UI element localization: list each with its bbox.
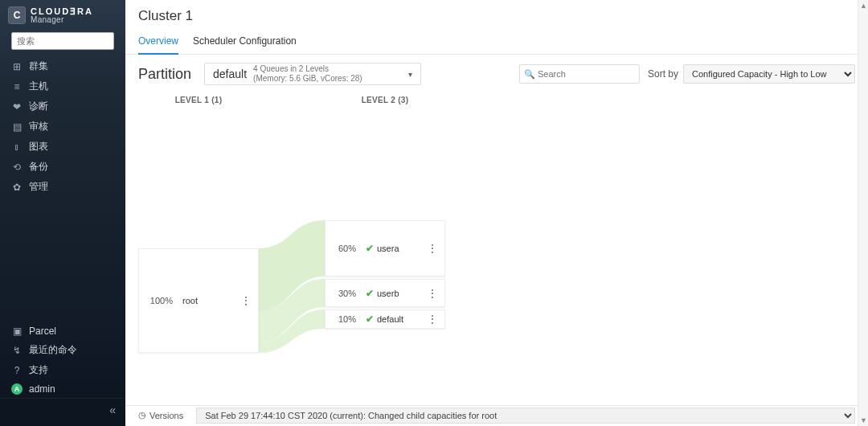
sidebar-item-label: 支持	[29, 363, 48, 377]
sidebar-nav: ⊞ 群集 ≡ 主机 ❤ 诊断 ▤ 审核 ⫾ 图表 ⟲ 备份	[0, 56, 125, 197]
sidebar-item-diagnostics[interactable]: ❤ 诊断	[0, 96, 125, 117]
sidebar-item-label: Parcel	[29, 326, 56, 337]
hosts-icon: ≡	[11, 81, 23, 92]
scroll-up-icon[interactable]: ▲	[858, 0, 868, 11]
partition-label: Partition	[138, 66, 191, 83]
sidebar-item-label: 审核	[29, 120, 48, 133]
backup-icon: ⟲	[11, 162, 23, 173]
heart-icon: ❤	[11, 101, 23, 113]
queue-userb[interactable]: 30% ✔ userb ⋮	[325, 279, 445, 307]
page-title: Cluster 1	[125, 0, 868, 31]
brand-subtitle: Manager	[31, 16, 93, 24]
sort-select[interactable]: Configured Capacity - High to Low	[683, 64, 855, 84]
queue-root-menu[interactable]: ⋮	[234, 294, 258, 307]
user-name: admin	[29, 383, 55, 395]
queue-root-name: root	[178, 296, 198, 305]
level2-header: LEVEL 2 (3)	[325, 96, 445, 104]
partition-selected-meta-line2: (Memory: 5.6 GiB, vCores: 28)	[253, 74, 362, 84]
sidebar-item-label: 备份	[29, 160, 48, 174]
list-icon: ▤	[11, 121, 23, 133]
sort-label: Sort by	[648, 68, 678, 80]
queue-userb-menu[interactable]: ⋮	[420, 287, 444, 300]
queue-usera[interactable]: 60% ✔ usera ⋮	[325, 220, 445, 276]
help-icon: ?	[11, 365, 23, 376]
partition-select[interactable]: default 4 Queues in 2 Levels (Memory: 5.…	[204, 63, 421, 85]
sidebar-item-label: 管理	[29, 180, 48, 194]
queue-userb-pct: 30%	[326, 289, 361, 298]
queue-default-name: default	[377, 314, 403, 324]
queue-default[interactable]: 10% ✔ default ⋮	[325, 309, 445, 329]
avatar: A	[11, 383, 23, 395]
brand-name: CLOUDƎRA	[31, 7, 93, 16]
scrollbar[interactable]: ▲ ▼	[858, 0, 868, 426]
sidebar-item-label: 主机	[29, 80, 48, 93]
queue-default-pct: 10%	[326, 314, 361, 324]
queue-usera-name: usera	[377, 244, 399, 253]
sidebar-item-audit[interactable]: ▤ 审核	[0, 117, 125, 137]
check-icon: ✔	[366, 313, 374, 325]
queue-default-menu[interactable]: ⋮	[420, 313, 444, 326]
brand: C CLOUDƎRA Manager	[0, 0, 125, 29]
queue-tree: LEVEL 1 (1) LEVEL 2 (3) 100% root ⋮ 60%	[125, 92, 868, 405]
queue-root[interactable]: 100% root ⋮	[138, 248, 259, 353]
sidebar-item-label: 群集	[29, 59, 48, 73]
search-icon: 🔍	[524, 69, 535, 80]
sidebar-item-label: 诊断	[29, 100, 48, 113]
sidebar-item-charts[interactable]: ⫾ 图表	[0, 137, 125, 157]
versions-label: Versions	[149, 411, 183, 420]
version-select[interactable]: Sat Feb 29 17:44:10 CST 2020 (current): …	[196, 408, 855, 424]
main: Cluster 1 Overview Scheduler Configurati…	[125, 0, 868, 426]
sidebar-item-support[interactable]: ? 支持	[0, 360, 125, 380]
bolt-icon: ↯	[11, 345, 23, 356]
tab-overview[interactable]: Overview	[138, 31, 178, 55]
caret-down-icon: ▾	[408, 70, 412, 79]
queue-usera-menu[interactable]: ⋮	[420, 242, 444, 255]
flow-connectors	[259, 108, 325, 405]
sidebar-item-hosts[interactable]: ≡ 主机	[0, 76, 125, 96]
sidebar-item-admin[interactable]: ✿ 管理	[0, 177, 125, 197]
clock-icon: ◷	[138, 410, 146, 420]
partition-selected-meta-line1: 4 Queues in 2 Levels	[253, 64, 362, 74]
chart-icon: ⫾	[11, 141, 23, 153]
sidebar-collapse-button[interactable]: «	[0, 398, 125, 421]
sidebar-item-label: 图表	[29, 140, 48, 154]
sidebar-search-input[interactable]	[11, 32, 114, 50]
toolbar: Partition default 4 Queues in 2 Levels (…	[125, 55, 868, 92]
sidebar-item-label: 最近的命令	[29, 343, 77, 357]
scroll-down-icon[interactable]: ▼	[858, 415, 868, 426]
sidebar-item-clusters[interactable]: ⊞ 群集	[0, 56, 125, 76]
search-input[interactable]	[519, 64, 640, 84]
clusters-icon: ⊞	[11, 61, 23, 72]
queue-userb-name: userb	[377, 289, 399, 298]
tabs: Overview Scheduler Configuration	[125, 31, 868, 55]
sidebar-item-recent-commands[interactable]: ↯ 最近的命令	[0, 340, 125, 360]
footer: ◷ Versions Sat Feb 29 17:44:10 CST 2020 …	[125, 405, 868, 426]
brand-logo: C	[8, 6, 26, 24]
partition-selected-name: default	[213, 68, 247, 80]
queue-usera-pct: 60%	[326, 244, 361, 253]
sidebar: C CLOUDƎRA Manager ⊞ 群集 ≡ 主机 ❤ 诊断 ▤	[0, 0, 125, 426]
level1-header: LEVEL 1 (1)	[138, 96, 259, 104]
check-icon: ✔	[366, 243, 374, 254]
sidebar-item-user[interactable]: A admin	[0, 380, 125, 398]
sidebar-item-parcel[interactable]: ▣ Parcel	[0, 322, 125, 340]
check-icon: ✔	[366, 288, 374, 299]
parcel-icon: ▣	[11, 326, 23, 337]
sidebar-item-backup[interactable]: ⟲ 备份	[0, 157, 125, 177]
queue-search[interactable]: 🔍	[519, 64, 640, 84]
tab-scheduler-configuration[interactable]: Scheduler Configuration	[193, 31, 297, 54]
sidebar-search[interactable]	[11, 32, 114, 50]
versions-button[interactable]: ◷ Versions	[133, 408, 188, 422]
gear-icon: ✿	[11, 182, 23, 193]
queue-root-pct: 100%	[139, 296, 178, 305]
